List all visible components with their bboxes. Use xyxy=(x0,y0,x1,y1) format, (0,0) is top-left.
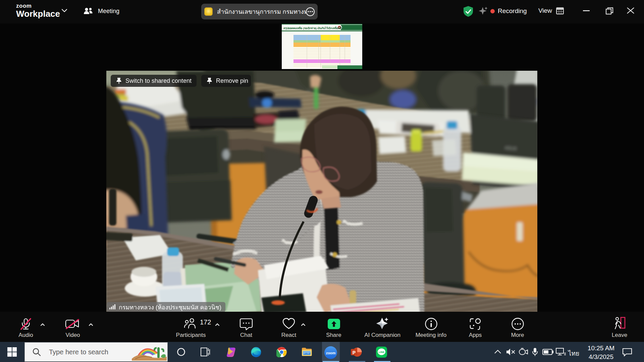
svg-text:P: P xyxy=(353,350,356,355)
svg-text:zoom: zoom xyxy=(326,351,336,355)
svg-text:สรุปยอดคงเหลือ (รอเบิกจ่าย) เง: สรุปยอดคงเหลือ (รอเบิกจ่าย) เงินกันไว้เบ… xyxy=(283,26,348,30)
svg-text:LINE: LINE xyxy=(379,351,384,354)
